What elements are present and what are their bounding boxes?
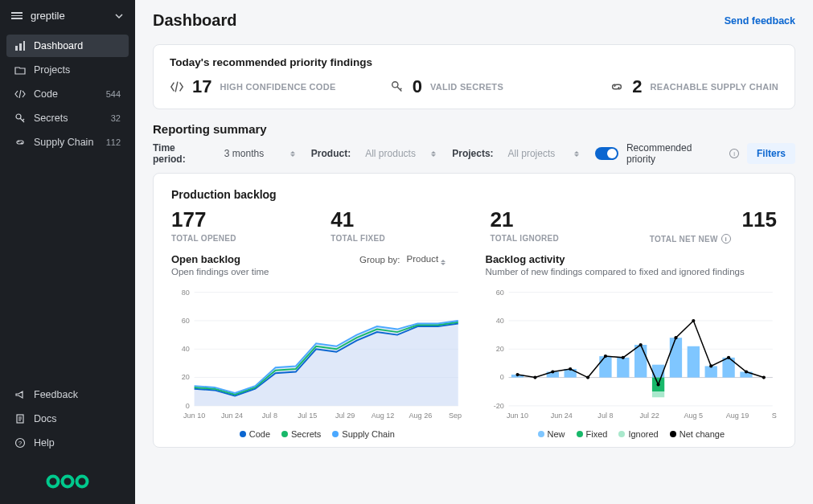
backlog-stats: 177 TOTAL OPENED 41 TOTAL FIXED 21 TOTAL… — [171, 207, 777, 244]
svg-text:Jul 29: Jul 29 — [335, 412, 355, 420]
sidebar-item-label: Code — [34, 88, 58, 100]
send-feedback-link[interactable]: Send feedback — [725, 15, 795, 27]
priority-item-secrets[interactable]: 0 VALID SECRETS — [390, 76, 599, 97]
chart-title: Backlog activity — [486, 253, 565, 265]
priority-label: HIGH CONFIDENCE CODE — [220, 82, 335, 92]
priority-findings-card: Today's recommended priority findings 17… — [153, 44, 795, 109]
org-switcher[interactable]: greptile — [0, 0, 135, 31]
priority-item-code[interactable]: 17 HIGH CONFIDENCE CODE — [170, 76, 379, 97]
stat-label: TOTAL NET NEWi — [650, 234, 777, 244]
priority-value: 17 — [192, 76, 211, 97]
svg-point-67 — [744, 370, 747, 373]
product-value: All products — [365, 148, 416, 159]
sidebar-item-label: Dashboard — [34, 40, 83, 51]
svg-text:Sep 9: Sep 9 — [771, 412, 777, 420]
svg-text:Jun 24: Jun 24 — [221, 412, 243, 420]
sidebar-item-help[interactable]: ? Help — [6, 432, 129, 454]
svg-point-65 — [709, 364, 712, 367]
dashboard-icon — [14, 40, 26, 51]
priority-value: 0 — [413, 76, 422, 97]
backlog-activity-legend: NewFixedIgnoredNet change — [486, 429, 778, 439]
megaphone-icon — [14, 389, 26, 400]
stat-value: 177 — [171, 207, 298, 232]
svg-point-57 — [569, 367, 572, 371]
svg-rect-51 — [704, 366, 717, 377]
svg-point-63 — [674, 336, 677, 339]
svg-point-61 — [638, 343, 642, 346]
key-icon — [14, 113, 26, 124]
sort-icon — [441, 260, 447, 265]
stat-label: TOTAL IGNORED — [491, 234, 618, 243]
sidebar-item-feedback[interactable]: Feedback — [6, 383, 129, 406]
svg-text:Aug 19: Aug 19 — [725, 412, 749, 420]
info-icon[interactable]: i — [729, 149, 739, 158]
product-select[interactable]: All products — [365, 146, 437, 161]
chart-subtitle: Open findings over time — [171, 267, 463, 277]
open-backlog-svg: 020406080Jun 10Jun 24Jul 8Jul 15Jul 29Au… — [171, 281, 463, 426]
sidebar-item-docs[interactable]: Docs — [6, 408, 129, 430]
sidebar-item-projects[interactable]: Projects — [6, 59, 129, 81]
svg-point-8 — [63, 477, 73, 487]
svg-text:60: 60 — [182, 317, 190, 325]
projects-value: All projects — [508, 148, 556, 159]
svg-text:Jun 10: Jun 10 — [506, 412, 528, 420]
svg-point-10 — [392, 82, 397, 88]
svg-rect-45 — [634, 345, 647, 378]
topbar: Dashboard Send feedback — [135, 0, 813, 36]
stat-value: 41 — [331, 207, 458, 232]
chart-subtitle: Number of new findings compared to fixed… — [486, 267, 778, 277]
sidebar-item-label: Help — [34, 437, 55, 449]
recommended-priority-label: Recommended priority — [626, 142, 721, 165]
info-icon[interactable]: i — [721, 234, 731, 244]
code-icon — [14, 88, 26, 100]
production-backlog-card: Production backlog 177 TOTAL OPENED 41 T… — [153, 173, 795, 448]
svg-text:Jun 10: Jun 10 — [183, 412, 205, 420]
svg-rect-2 — [23, 41, 25, 51]
svg-rect-50 — [687, 346, 699, 378]
svg-text:Aug 26: Aug 26 — [409, 412, 433, 420]
priority-value: 2 — [632, 76, 642, 97]
svg-point-62 — [656, 383, 659, 386]
svg-point-66 — [726, 356, 729, 359]
chevron-down-icon — [114, 11, 124, 21]
sidebar-item-count: 544 — [106, 89, 121, 99]
recommended-priority-toggle[interactable] — [595, 147, 618, 160]
sidebar-item-code[interactable]: Code 544 — [6, 83, 129, 105]
svg-rect-44 — [617, 358, 629, 378]
svg-text:0: 0 — [186, 402, 190, 410]
sidebar-item-secrets[interactable]: Secrets 32 — [6, 107, 129, 129]
projects-label: Projects: — [452, 148, 493, 159]
sidebar: greptile Dashboard Projects Code 544 Sec… — [0, 0, 135, 504]
sidebar-item-dashboard[interactable]: Dashboard — [6, 35, 129, 57]
svg-text:80: 80 — [182, 289, 190, 297]
group-by-select[interactable]: Product — [407, 254, 463, 265]
priority-item-supply-chain[interactable]: 2 REACHABLE SUPPLY CHAIN — [610, 76, 778, 97]
link-icon — [14, 137, 26, 148]
link-icon — [610, 80, 624, 94]
projects-select[interactable]: All projects — [508, 146, 581, 161]
svg-text:60: 60 — [495, 289, 503, 297]
org-name: greptile — [31, 10, 65, 22]
svg-rect-49 — [669, 338, 681, 377]
sidebar-item-supply-chain[interactable]: Supply Chain 112 — [6, 131, 129, 154]
stat-label: TOTAL FIXED — [331, 234, 458, 243]
sort-icon — [431, 151, 437, 157]
chart-title: Open backlog — [171, 253, 240, 265]
sidebar-bottom: Feedback Docs ? Help — [0, 377, 135, 461]
group-by-label: Group by: — [359, 255, 400, 264]
priority-label: VALID SECRETS — [430, 82, 503, 92]
sidebar-item-label: Supply Chain — [34, 137, 93, 148]
stat-total-net-new: 115 TOTAL NET NEWi — [650, 207, 777, 244]
svg-point-56 — [551, 370, 554, 373]
svg-text:Sep 9: Sep 9 — [449, 412, 463, 420]
page-title: Dashboard — [153, 11, 236, 30]
time-period-select[interactable]: 3 months — [224, 146, 297, 161]
sidebar-item-label: Secrets — [34, 113, 68, 124]
stat-value: 21 — [491, 207, 618, 232]
svg-point-9 — [77, 477, 88, 487]
sort-icon — [290, 151, 297, 157]
svg-text:Aug 12: Aug 12 — [372, 412, 395, 420]
filters-button[interactable]: Filters — [747, 143, 795, 164]
reporting-summary-heading: Reporting summary — [153, 122, 795, 136]
filters-row: Time period: 3 months Product: All produ… — [153, 142, 795, 165]
